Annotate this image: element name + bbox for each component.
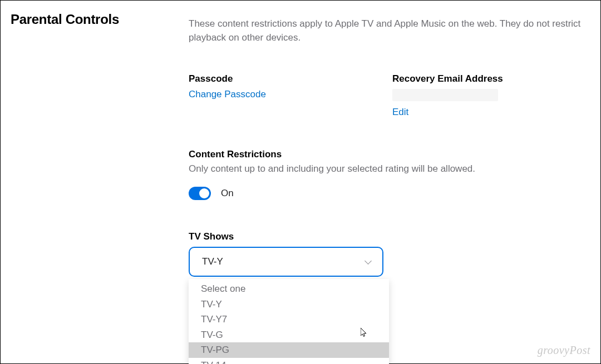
watermark: groovyPost bbox=[538, 344, 590, 357]
chevron-down-icon bbox=[364, 258, 372, 266]
recovery-email-value bbox=[392, 89, 498, 101]
content-restrictions-toggle[interactable] bbox=[189, 187, 211, 200]
dropdown-option[interactable]: TV-G bbox=[189, 327, 389, 343]
dropdown-option[interactable]: TV-14 bbox=[189, 358, 389, 364]
change-passcode-link[interactable]: Change Passcode bbox=[189, 89, 381, 100]
dropdown-option[interactable]: TV-PG bbox=[189, 342, 389, 358]
recovery-email-label: Recovery Email Address bbox=[392, 73, 585, 84]
page-title: Parental Controls bbox=[11, 12, 189, 27]
dropdown-option[interactable]: TV-Y bbox=[189, 297, 389, 312]
tv-shows-dropdown: Select one TV-Y TV-Y7 TV-G TV-PG TV-14 T… bbox=[189, 279, 389, 364]
content-restrictions-title: Content Restrictions bbox=[189, 149, 585, 160]
edit-email-link[interactable]: Edit bbox=[392, 107, 585, 118]
dropdown-option[interactable]: TV-Y7 bbox=[189, 312, 389, 327]
passcode-label: Passcode bbox=[189, 73, 381, 84]
dropdown-option[interactable]: Select one bbox=[189, 281, 389, 297]
tv-shows-selected-value: TV-Y bbox=[202, 256, 223, 267]
tv-shows-label: TV Shows bbox=[189, 231, 585, 242]
content-restrictions-description: Only content up to and including your se… bbox=[189, 163, 585, 174]
toggle-state-label: On bbox=[221, 188, 234, 199]
tv-shows-select[interactable]: TV-Y bbox=[189, 247, 383, 277]
page-description: These content restrictions apply to Appl… bbox=[189, 17, 585, 44]
